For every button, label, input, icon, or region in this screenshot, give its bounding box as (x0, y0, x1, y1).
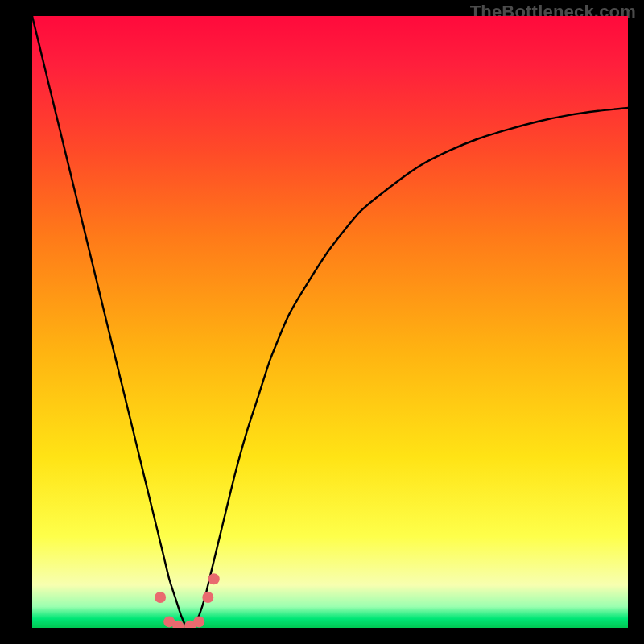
marker-dot (193, 616, 204, 627)
curve-layer (32, 16, 628, 628)
plot-area (32, 16, 628, 628)
marker-dot (155, 592, 166, 603)
marker-dot (202, 592, 213, 603)
bottom-markers (155, 573, 220, 628)
marker-dot (208, 573, 220, 584)
chart-stage: TheBottleneck.com (0, 0, 644, 644)
bottleneck-curve (32, 16, 628, 628)
